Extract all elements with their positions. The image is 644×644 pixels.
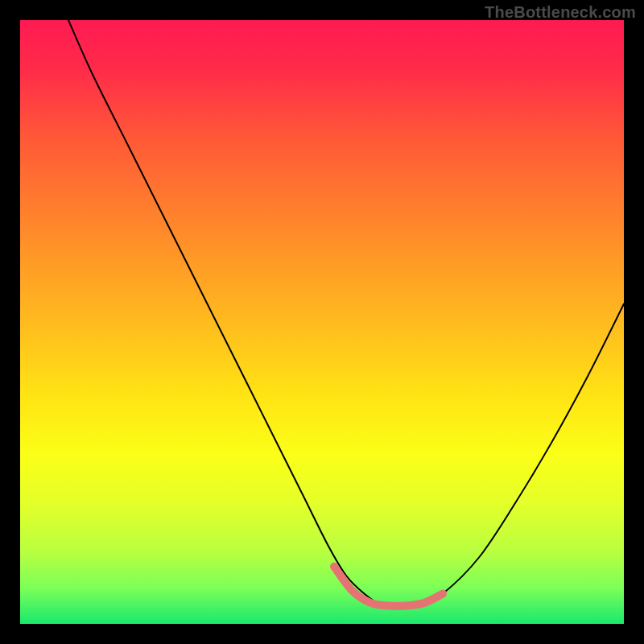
plot-area	[20, 20, 624, 624]
bottleneck-curve-chart	[20, 20, 624, 624]
chart-frame: TheBottleneck.com	[0, 0, 644, 644]
watermark-text: TheBottleneck.com	[485, 3, 636, 22]
